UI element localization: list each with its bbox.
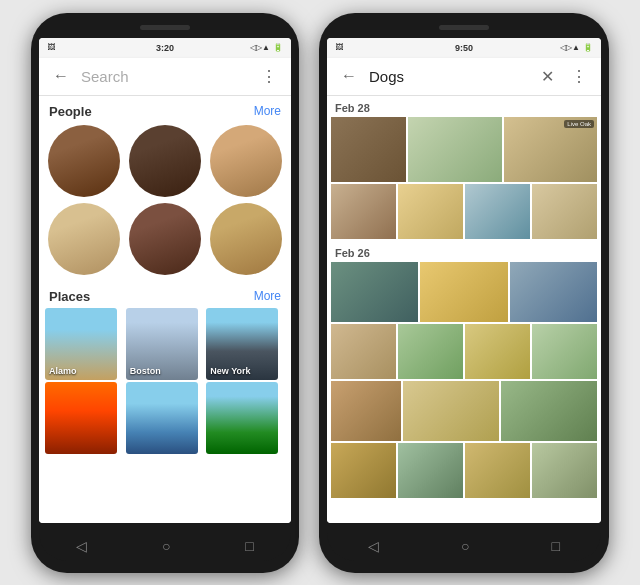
phone-1: 🖼 3:20 ◁▷▲ 🔋 ← Search ⋮ People More <box>31 13 299 573</box>
status-icons-right-1: ◁▷▲ 🔋 <box>250 43 283 52</box>
dog-photo-19[interactable] <box>398 443 463 498</box>
speaker-1 <box>140 25 190 30</box>
person-6[interactable] <box>210 203 282 275</box>
nav-recents-2[interactable]: □ <box>552 538 560 554</box>
place-water[interactable] <box>126 382 198 454</box>
close-button-2[interactable]: ✕ <box>535 64 559 88</box>
search-field-1[interactable]: Search <box>81 68 249 85</box>
person-4[interactable] <box>48 203 120 275</box>
dog-photo-1[interactable] <box>331 117 406 182</box>
people-section-header: People More <box>39 96 291 123</box>
status-icons-left: 🖼 <box>47 43 55 52</box>
person-3[interactable] <box>210 125 282 197</box>
status-time-2: 9:50 <box>455 43 473 53</box>
places-title: Places <box>49 289 90 304</box>
content-1: People More Places More Alamo <box>39 96 291 523</box>
dog-photo-21[interactable] <box>532 443 597 498</box>
dog-photo-5[interactable] <box>398 184 463 239</box>
back-button-2[interactable]: ← <box>337 64 361 88</box>
dog-photo-17[interactable] <box>501 381 597 441</box>
dog-photo-20[interactable] <box>465 443 530 498</box>
place-label-boston: Boston <box>130 366 161 376</box>
dogs-content: Feb 28 Live Oak Feb 26 <box>327 96 601 523</box>
speaker-2 <box>439 25 489 30</box>
places-grid: Alamo Boston New York <box>39 308 291 458</box>
dog-photo-18[interactable] <box>331 443 396 498</box>
nav-bar-1: ◁ ○ □ <box>39 531 291 561</box>
phone-2: 🖼 9:50 ◁▷▲ 🔋 ← Dogs ✕ ⋮ Feb 28 Live Oak <box>319 13 609 573</box>
person-5[interactable] <box>129 203 201 275</box>
places-section-header: Places More <box>39 281 291 308</box>
live-oak-badge: Live Oak <box>564 120 594 128</box>
app-bar-1: ← Search ⋮ <box>39 58 291 96</box>
nav-bar-2: ◁ ○ □ <box>327 531 601 561</box>
dog-photo-2[interactable] <box>408 117 502 182</box>
nav-recents-1[interactable]: □ <box>245 538 253 554</box>
date-feb26: Feb 26 <box>327 241 601 262</box>
more-button-2[interactable]: ⋮ <box>567 64 591 88</box>
nav-home-1[interactable]: ○ <box>162 538 170 554</box>
dog-photo-9[interactable] <box>420 262 507 322</box>
dog-photo-8[interactable] <box>331 262 418 322</box>
dog-photo-12[interactable] <box>398 324 463 379</box>
places-more-button[interactable]: More <box>254 289 281 303</box>
dog-photo-13[interactable] <box>465 324 530 379</box>
place-sunset[interactable] <box>45 382 117 454</box>
place-boston[interactable]: Boston <box>126 308 198 380</box>
place-newyork[interactable]: New York <box>206 308 278 380</box>
dog-photo-14[interactable] <box>532 324 597 379</box>
place-label-newyork: New York <box>210 366 250 376</box>
people-title: People <box>49 104 92 119</box>
status-bar-2: 🖼 9:50 ◁▷▲ 🔋 <box>327 38 601 58</box>
dogs-title: Dogs <box>369 68 527 85</box>
dog-photo-3[interactable]: Live Oak <box>504 117 598 182</box>
nav-back-2[interactable]: ◁ <box>368 538 379 554</box>
nav-home-2[interactable]: ○ <box>461 538 469 554</box>
dog-photo-16[interactable] <box>403 381 499 441</box>
place-green[interactable] <box>206 382 278 454</box>
dog-photo-7[interactable] <box>532 184 597 239</box>
person-2[interactable] <box>129 125 201 197</box>
place-label-alamo: Alamo <box>49 366 77 376</box>
people-more-button[interactable]: More <box>254 104 281 118</box>
screen-2: 🖼 9:50 ◁▷▲ 🔋 ← Dogs ✕ ⋮ Feb 28 Live Oak <box>327 38 601 523</box>
nav-back-1[interactable]: ◁ <box>76 538 87 554</box>
people-grid <box>39 123 291 277</box>
dog-photo-4[interactable] <box>331 184 396 239</box>
dog-photo-11[interactable] <box>331 324 396 379</box>
status-icons-right-2: ◁▷▲ 🔋 <box>560 43 593 52</box>
status-bar-1: 🖼 3:20 ◁▷▲ 🔋 <box>39 38 291 58</box>
dog-photo-10[interactable] <box>510 262 597 322</box>
person-1[interactable] <box>48 125 120 197</box>
dog-photo-6[interactable] <box>465 184 530 239</box>
back-button-1[interactable]: ← <box>49 64 73 88</box>
date-feb28: Feb 28 <box>327 96 601 117</box>
more-button-1[interactable]: ⋮ <box>257 64 281 88</box>
status-icons-left-2: 🖼 <box>335 43 343 52</box>
app-bar-2: ← Dogs ✕ ⋮ <box>327 58 601 96</box>
status-time-1: 3:20 <box>156 43 174 53</box>
place-alamo[interactable]: Alamo <box>45 308 117 380</box>
dog-photo-15[interactable] <box>331 381 401 441</box>
screen-1: 🖼 3:20 ◁▷▲ 🔋 ← Search ⋮ People More <box>39 38 291 523</box>
